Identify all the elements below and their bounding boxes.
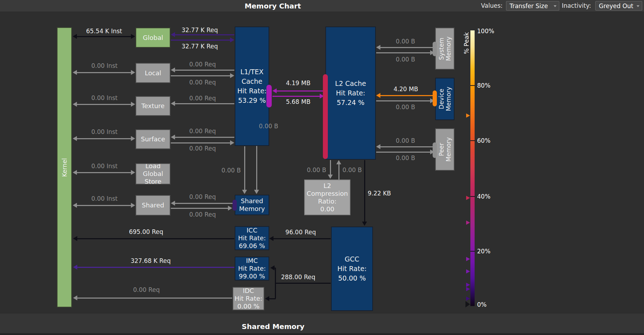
flow-line [175,34,234,35]
node-local: Local [136,63,170,83]
flow-label: 0.00 B [307,166,326,174]
arrowhead-left-icon [376,144,380,149]
node-kernel: Kernel [57,27,72,307]
node-l2-cache: L2 CacheHit Rate:57.24 % [325,27,376,160]
scale-marker-icon [466,287,470,291]
node-label: PeerMemory [438,137,452,161]
node-label: Shared [142,201,164,209]
arrowhead-right-icon [131,136,135,141]
flow-label: 0.00 Inst [91,195,118,202]
arrowhead-right-icon [131,203,135,208]
arrowhead-left-icon [73,102,77,107]
scale-tick [470,140,475,141]
flow-label: 4.19 MB [286,80,311,87]
chevron-down-icon [554,5,556,7]
arrowhead-left-icon [73,70,77,75]
flow-label: 327.68 K Req [131,257,171,264]
memory-chart-screen: Memory Chart Values: Transfer Size Inact… [0,0,644,335]
flow-line [175,70,234,71]
flow-line [77,298,232,299]
inactivity-dropdown[interactable]: Greyed Out [595,1,642,11]
flow-line [77,138,131,139]
flow-line [77,36,131,37]
arrowhead-left-icon [73,295,77,300]
chevron-down-icon [637,5,639,7]
flow-label: 695.00 Req [129,228,163,235]
arrowhead-left-icon [73,236,77,241]
flow-line [175,103,234,104]
node-label: LoadGlobalStore [143,163,163,184]
flow-label: 0.00 B [396,154,415,161]
flow-label: 0.00 Req [189,128,216,135]
arrowhead-right-icon [131,102,135,107]
port-shared-memory-port [233,200,237,211]
flow-label: 0.00 Inst [91,62,118,69]
flow-label: 0.00 B [396,137,415,144]
scale-tick [470,251,475,252]
scale-tick-label: 40% [477,193,490,200]
flow-line [171,142,230,143]
port-device-memory-port [433,90,437,106]
flow-line [273,238,331,239]
peak-color-scale [470,30,475,306]
arrowhead-left-icon [376,45,380,50]
scale-tick-label: 20% [477,248,490,255]
node-label: GCCHit Rate:50.00 % [337,254,367,283]
values-dropdown[interactable]: Transfer Size [506,1,559,11]
flow-label: 0.00 Req [189,61,216,68]
scale-tick [470,196,475,197]
arrowhead-right-icon [230,37,234,42]
flow-label: 65.54 K Inst [86,28,122,35]
values-dropdown-value: Transfer Size [510,2,548,10]
node-label: L1/TEXCacheHit Rate:53.29 % [237,67,266,105]
inactivity-label: Inactivity: [562,2,591,9]
arrowhead-right-icon [230,73,234,78]
node-device-memory: DeviceMemory [435,78,455,120]
scale-tick-label: 0% [477,301,487,308]
node-label: L2 CacheHit Rate:57.24 % [335,79,366,107]
flow-line [171,75,230,76]
flow-line [380,146,434,147]
flow-label: 288.00 Req [281,274,315,281]
node-label: SharedMemory [239,197,265,213]
node-label: Texture [142,102,165,110]
arrowhead-left-icon [73,203,77,208]
node-label: Kernel [61,158,68,177]
flow-line [175,137,234,138]
port-peer-memory-port [433,142,437,158]
flow-label: 0.00 Inst [91,163,118,170]
arrowhead-left-icon [376,93,380,98]
flow-label: 0.00 Req [189,193,216,200]
scale-marker-icon [466,269,470,274]
arrowhead-right-icon [131,70,135,75]
flow-label: 0.00 B [396,104,415,111]
flow-label: 0.00 Req [189,211,216,218]
flow-line [77,172,131,173]
footer-title: Shared Memory [242,322,305,331]
flow-label: 32.77 K Req [182,43,218,50]
scale-marker-icon [466,296,470,301]
scale-tick-label: 60% [477,137,490,144]
arrowhead-down-icon [254,190,259,194]
scale-title: % Peak [463,32,470,54]
flow-line [77,205,131,206]
page-title: Memory Chart [245,2,301,10]
flow-line [376,100,431,101]
arrowhead-left-icon [73,265,77,270]
flow-label: 5.68 MB [286,98,311,105]
flow-line [275,268,276,299]
scale-marker-icon [466,283,470,287]
flow-line [244,146,245,190]
node-label: DeviceMemory [438,87,452,111]
node-label: Local [145,69,161,77]
values-label: Values: [481,2,502,9]
flow-line [376,152,431,153]
node-gcc: GCCHit Rate:50.00 % [331,227,373,311]
flow-line [364,160,365,222]
arrowhead-down-icon [242,190,247,194]
flow-label: 0.00 B [259,123,278,130]
node-label: Global [143,34,163,42]
flow-label: 0.00 Req [189,79,216,86]
port-l1-to-l2-port [266,85,272,107]
scale-tick [470,85,475,86]
